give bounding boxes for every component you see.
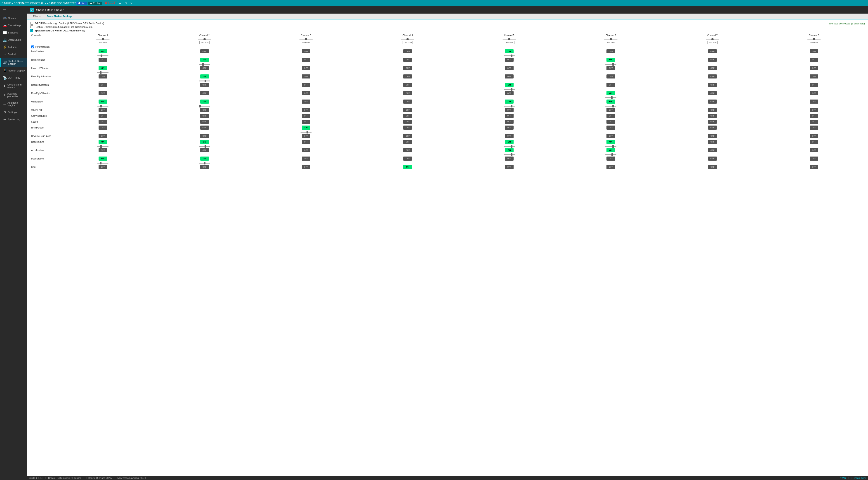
effect-btn-gaswheelslide-ch8[interactable]: OFF xyxy=(810,114,818,118)
effect-btn-frontrightvibration-ch5[interactable]: OFF xyxy=(505,74,514,79)
maximize-button[interactable]: □ xyxy=(123,2,128,5)
sidebar-item-dash-studio[interactable]: 📺Dash Studio xyxy=(0,36,27,43)
effect-btn-gear-ch3[interactable]: OFF xyxy=(302,165,310,169)
status-discord[interactable]: ? Discord Serv xyxy=(851,477,866,479)
effect-btn-gear-ch6[interactable]: OFF xyxy=(607,165,615,169)
sidebar-item-available-props[interactable]: ≡Available properties xyxy=(0,90,27,99)
effect-btn-reversegearspeed-ch3[interactable]: OFF xyxy=(302,134,310,138)
effect-btn-roadtexture-ch6[interactable]: ON xyxy=(607,140,615,144)
effect-btn-reversegearspeed-ch7[interactable]: OFF xyxy=(708,134,717,138)
effect-btn-wheelslide-ch7[interactable]: OFF xyxy=(708,99,717,103)
effect-btn-deceleration-ch4[interactable]: OFF xyxy=(403,156,412,160)
effect-btn-wheellock-ch8[interactable]: OFF xyxy=(810,108,818,112)
effect-btn-gaswheelslide-ch6[interactable]: OFF xyxy=(607,114,615,118)
gain-slider-8[interactable] xyxy=(807,39,821,39)
channel-slider-acceleration-ch5[interactable] xyxy=(504,154,515,155)
effect-btn-rearleftvibration-ch2[interactable]: OFF xyxy=(200,83,209,87)
effect-btn-frontleftvibration-ch1[interactable]: ON xyxy=(98,66,107,70)
effect-btn-acceleration-ch5[interactable]: ON xyxy=(505,148,514,152)
effect-btn-rpmpercent-ch7[interactable]: OFF xyxy=(708,125,717,130)
effect-btn-deceleration-ch5[interactable]: OFF xyxy=(505,156,514,160)
effect-btn-rearleftvibration-ch5[interactable]: ON xyxy=(505,83,514,87)
effect-btn-deceleration-ch6[interactable]: OFF xyxy=(607,156,615,160)
replay-button[interactable]: ⏮ Replay xyxy=(88,2,102,5)
effect-btn-speed-ch5[interactable]: OFF xyxy=(505,120,514,124)
effect-btn-frontrightvibration-ch8[interactable]: OFF xyxy=(810,74,818,79)
effect-btn-leftvibration-ch2[interactable]: OFF xyxy=(200,49,209,53)
effect-btn-acceleration-ch6[interactable]: ON xyxy=(607,148,615,152)
effect-btn-rearleftvibration-ch7[interactable]: OFF xyxy=(708,83,717,87)
effect-btn-wheellock-ch5[interactable]: OFF xyxy=(505,108,514,112)
effect-btn-rightvibration-ch2[interactable]: ON xyxy=(200,58,209,62)
channel-slider-rpmpercent-ch3[interactable] xyxy=(301,132,312,132)
channel-slider-wheelslide-ch6[interactable] xyxy=(605,106,616,107)
effect-btn-rearleftvibration-ch3[interactable]: OFF xyxy=(302,83,310,87)
effect-btn-acceleration-ch3[interactable]: OFF xyxy=(302,148,310,152)
effect-btn-rpmpercent-ch4[interactable]: OFF xyxy=(403,125,412,130)
effect-btn-gear-ch7[interactable]: OFF xyxy=(708,165,717,169)
test-btn-6[interactable]: Test now xyxy=(606,41,616,44)
sidebar-item-settings[interactable]: ⚙Settings xyxy=(0,109,27,116)
channel-slider-rearrightvibration-ch6[interactable] xyxy=(605,97,616,98)
minimize-button[interactable]: ─ xyxy=(118,2,123,5)
effect-btn-roadtexture-ch2[interactable]: ON xyxy=(200,140,209,144)
channel-slider-acceleration-ch6[interactable] xyxy=(605,154,616,155)
effect-btn-roadtexture-ch5[interactable]: ON xyxy=(505,140,514,144)
close-button[interactable]: ✕ xyxy=(129,2,134,5)
effect-btn-wheellock-ch6[interactable]: OFF xyxy=(607,108,615,112)
channel-slider-roadtexture-ch6[interactable] xyxy=(605,146,616,147)
gain-slider-2[interactable] xyxy=(198,39,211,39)
tab-effects[interactable]: Effects xyxy=(30,13,43,20)
effect-btn-leftvibration-ch1[interactable]: ON xyxy=(98,49,107,53)
test-btn-4[interactable]: Test now xyxy=(403,41,413,44)
gain-slider-6[interactable] xyxy=(604,39,618,39)
effect-btn-gear-ch2[interactable]: OFF xyxy=(200,165,209,169)
status-wiki[interactable]: ? Wiki xyxy=(840,477,846,479)
effect-btn-rearleftvibration-ch1[interactable]: OFF xyxy=(98,83,107,87)
effect-btn-leftvibration-ch4[interactable]: OFF xyxy=(403,49,412,53)
channel-slider-deceleration-ch2[interactable] xyxy=(199,162,210,163)
effect-btn-wheelslide-ch6[interactable]: ON xyxy=(607,99,615,103)
device-speakers-checkbox[interactable] xyxy=(30,29,33,32)
effect-btn-wheelslide-ch2[interactable]: ON xyxy=(200,99,209,103)
sidebar-item-shakeit[interactable]: 〰ShakeIt xyxy=(0,51,27,58)
effect-btn-gear-ch8[interactable]: OFF xyxy=(810,165,818,169)
effect-btn-speed-ch7[interactable]: OFF xyxy=(708,120,717,124)
effect-btn-rpmpercent-ch5[interactable]: OFF xyxy=(505,125,514,130)
effect-btn-wheelslide-ch1[interactable]: ON xyxy=(98,99,107,103)
test-btn-3[interactable]: Test now xyxy=(301,41,311,44)
effect-btn-rightvibration-ch8[interactable]: OFF xyxy=(810,58,818,62)
device-realtek-checkbox[interactable] xyxy=(30,25,33,28)
effect-btn-speed-ch8[interactable]: OFF xyxy=(810,120,818,124)
effect-btn-gaswheelslide-ch5[interactable]: OFF xyxy=(505,114,514,118)
effect-btn-speed-ch3[interactable]: OFF xyxy=(302,120,310,124)
effect-btn-acceleration-ch2[interactable]: OFF xyxy=(200,148,209,152)
effect-btn-wheelslide-ch3[interactable]: OFF xyxy=(302,99,310,103)
effect-btn-deceleration-ch8[interactable]: OFF xyxy=(810,156,818,160)
effect-btn-wheelslide-ch4[interactable]: OFF xyxy=(403,99,412,103)
effect-btn-leftvibration-ch7[interactable]: OFF xyxy=(708,49,717,53)
tab-bass-shaker-settings[interactable]: Bass Shaker Settings xyxy=(43,13,75,20)
effect-btn-leftvibration-ch3[interactable]: OFF xyxy=(302,49,310,53)
effect-btn-rightvibration-ch4[interactable]: OFF xyxy=(403,58,412,62)
channel-slider-deceleration-ch1[interactable] xyxy=(97,162,108,163)
effect-btn-rpmpercent-ch8[interactable]: OFF xyxy=(810,125,818,130)
effect-btn-rearrightvibration-ch6[interactable]: ON xyxy=(607,91,615,95)
effect-btn-frontleftvibration-ch7[interactable]: OFF xyxy=(708,66,717,70)
sidebar-item-additional-plugins[interactable]: ···Additional plugins xyxy=(0,99,27,109)
effect-btn-wheellock-ch2[interactable]: OFF xyxy=(200,108,209,112)
effect-btn-speed-ch4[interactable]: OFF xyxy=(403,120,412,124)
effect-btn-frontleftvibration-ch6[interactable]: OFF xyxy=(607,66,615,70)
channel-slider-frontrightvibration-ch2[interactable] xyxy=(199,81,210,82)
effect-btn-roadtexture-ch8[interactable]: OFF xyxy=(810,140,818,144)
live-button[interactable]: Live xyxy=(76,2,87,5)
effect-btn-reversegearspeed-ch5[interactable]: OFF xyxy=(505,134,514,138)
effect-btn-roadtexture-ch1[interactable]: ON xyxy=(98,140,107,144)
test-btn-5[interactable]: Test now xyxy=(504,41,515,44)
effect-btn-gaswheelslide-ch4[interactable]: OFF xyxy=(403,114,412,118)
effect-btn-leftvibration-ch8[interactable]: OFF xyxy=(810,49,818,53)
channel-slider-rightvibration-ch6[interactable] xyxy=(605,64,616,65)
effect-btn-leftvibration-ch5[interactable]: ON xyxy=(505,49,514,53)
test-btn-8[interactable]: Test now xyxy=(809,41,819,44)
effect-btn-frontrightvibration-ch2[interactable]: ON xyxy=(200,74,209,79)
